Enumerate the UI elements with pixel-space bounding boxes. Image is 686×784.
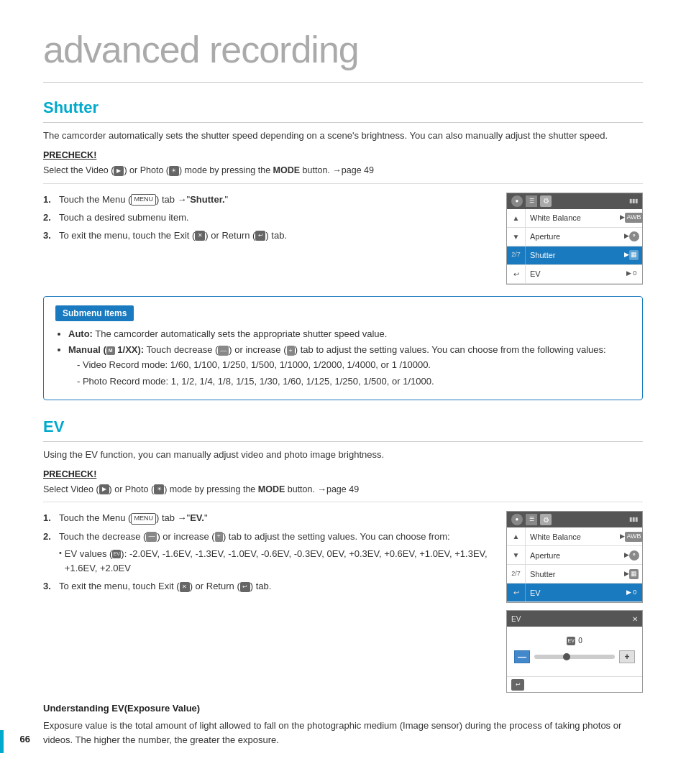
step-num-2: 2.	[43, 211, 55, 225]
shutter-precheck-text: Select the Video (▶) or Photo (☀) mode b…	[43, 164, 643, 184]
ev-camera-ui-1: ● ☰ ⚙ ▮▮▮ ▲ White Balance ▶ AWB	[506, 511, 643, 603]
submenu-title-tag: Submenu items	[55, 305, 134, 321]
cam-battery-icon: ▮▮▮	[629, 197, 638, 206]
understanding-ev-heading: Understanding EV(Exposure Value)	[43, 701, 643, 716]
ev-slider-close[interactable]: ✕	[632, 614, 638, 624]
ev-slider-body: EV 0 — +	[507, 627, 642, 676]
cam-down-nav: ▼	[507, 228, 526, 246]
ev-label-icon: EV	[567, 637, 575, 645]
page-num-bar: 66	[0, 732, 36, 747]
ev-slider-topbar: EV ✕	[507, 611, 642, 627]
page-number: 66	[20, 732, 30, 747]
ev-cam-row-ev: ↩ EV ▶ 0	[507, 584, 642, 602]
cam-page-label: 2/7	[507, 246, 526, 264]
ev-cam-row-wb: ▲ White Balance ▶ AWB	[507, 527, 642, 546]
ev-slider-value: 0	[578, 635, 582, 646]
ev-step-num-1: 1.	[43, 511, 55, 525]
ev-heading: EV	[43, 415, 643, 442]
cam-right-icons: ▮▮▮	[629, 197, 638, 206]
cam-return-icon: ↩	[507, 265, 526, 283]
cam-rows: ▲ White Balance ▶ AWB ▼ Aperture ▶ ⚬ 2/7…	[507, 209, 642, 284]
cam-label-wb: White Balance	[526, 212, 621, 224]
ev-cam-row-shutter: 2/7 Shutter ▶ ▦	[507, 565, 642, 584]
ev-cam-top-bar: ● ☰ ⚙ ▮▮▮	[507, 512, 642, 527]
ev-cam-col: ● ☰ ⚙ ▮▮▮ ▲ White Balance ▶ AWB	[506, 511, 643, 693]
ev-decrease-icon: —	[146, 532, 157, 542]
ev-cam-icons-left: ● ☰ ⚙	[511, 514, 552, 525]
ev-cam-row-aperture: ▼ Aperture ▶ ⚬	[507, 546, 642, 565]
cam-row-whitebalance: ▲ White Balance ▶ AWB	[507, 209, 642, 228]
photo-mode-icon: ☀	[169, 166, 179, 176]
menu-icon: MENU	[131, 194, 156, 206]
cam-arrow-aperture: ▶ ⚬	[621, 231, 642, 241]
cam-list-icon: ☰	[526, 195, 537, 207]
cam-arrow-shutter: ▶ ▦	[621, 250, 642, 260]
shutter-step-3: 3. To exit the menu, touch the Exit (✕) …	[43, 229, 492, 243]
cam-up-nav: ▲	[507, 209, 526, 227]
shutter-step-1: 1. Touch the Menu (MENU) tab →"Shutter."	[43, 193, 492, 207]
ev-slider-title: EV	[511, 614, 521, 624]
ev-increase-icon: +	[215, 532, 223, 542]
ev-photo-mode-icon: ☀	[154, 484, 164, 494]
step-text-3: To exit the menu, touch the Exit (✕) or …	[59, 229, 287, 243]
ev-minus-btn[interactable]: —	[514, 650, 530, 663]
ev-thumb	[563, 653, 570, 660]
decrease-icon: —	[218, 346, 229, 356]
submenu-box: Submenu items Auto: The camcorder automa…	[43, 296, 643, 400]
step-text-1: Touch the Menu (MENU) tab →"Shutter."	[59, 193, 228, 207]
step-num-3: 3.	[43, 229, 55, 243]
ev-track[interactable]	[534, 655, 615, 659]
ev-step-3: 3. To exit the menu, touch Exit (✕) or R…	[43, 579, 492, 594]
ev-return-arrow-icon: ↩	[511, 679, 524, 691]
manual-icon: M	[106, 346, 115, 355]
shutter-heading: Shutter	[43, 96, 643, 123]
ev-video-mode-icon: ▶	[99, 484, 109, 494]
cam-arrow-wb: ▶ AWB	[621, 213, 642, 223]
ev-step-2: 2. Touch the decrease (—) or increase (+…	[43, 530, 492, 576]
ev-body-text: Using the EV function, you can manually …	[43, 448, 643, 462]
exit-icon: ✕	[195, 231, 205, 241]
ev-step-num-3: 3.	[43, 579, 55, 594]
ev-return-icon: ↩	[240, 582, 250, 592]
ev-step-text-2: Touch the decrease (—) or increase (+) t…	[59, 530, 492, 576]
ev-cam-list-icon: ☰	[526, 514, 537, 525]
cam-row-aperture: ▼ Aperture ▶ ⚬	[507, 228, 642, 246]
ev-slider-ui: EV ✕ EV 0 — +	[506, 610, 643, 693]
ev-step-text-1: Touch the Menu (MENU) tab →"EV."	[59, 511, 208, 525]
ev-step-1: 1. Touch the Menu (MENU) tab →"EV."	[43, 511, 492, 525]
ev-precheck-text: Select Video (▶) or Photo (☀) mode by pr…	[43, 483, 643, 503]
cam-top-bar: ● ☰ ⚙ ▮▮▮	[507, 193, 642, 209]
understanding-ev-section: Understanding EV(Exposure Value) Exposur…	[43, 701, 643, 747]
shutter-body-text: The camcorder automatically sets the shu…	[43, 129, 643, 143]
cam-icons-left: ● ☰ ⚙	[511, 195, 552, 207]
shutter-precheck-label: PRECHECK!	[43, 149, 643, 162]
cam-arrow-ev: ▶ 0	[621, 269, 642, 279]
cam-video-icon: ●	[511, 195, 523, 207]
cam-label-ev: EV	[526, 268, 621, 280]
video-mode-icon: ▶	[114, 166, 124, 176]
ev-cam-rows: ▲ White Balance ▶ AWB ▼ Aperture ▶ ⚬ 2/7…	[507, 527, 642, 602]
ev-menu-icon: MENU	[131, 513, 156, 525]
cam-row-shutter: 2/7 Shutter ▶ ▦	[507, 246, 642, 265]
submenu-items: Auto: The camcorder automatically sets t…	[55, 327, 631, 389]
ev-steps-col: 1. Touch the Menu (MENU) tab →"EV." 2. T…	[43, 511, 492, 693]
shutter-step-2: 2. Touch a desired submenu item.	[43, 211, 492, 225]
cam-label-shutter: Shutter	[526, 249, 621, 262]
ev-slider-label: EV 0	[514, 635, 635, 646]
ev-slider-track-row: — +	[514, 650, 635, 663]
ev-step-text-3: To exit the menu, touch Exit (✕) or Retu…	[59, 579, 271, 594]
ev-return-row: ↩	[507, 676, 642, 692]
page-title: advanced recording	[43, 22, 643, 83]
return-icon: ↩	[255, 231, 265, 241]
step-num-1: 1.	[43, 193, 55, 207]
shutter-camera-ui: ● ☰ ⚙ ▮▮▮ ▲ White Balance ▶ AWB ▼	[506, 193, 643, 285]
ev-step-num-2: 2.	[43, 530, 55, 544]
cam-label-aperture: Aperture	[526, 231, 621, 243]
ev-cam-gear-icon: ⚙	[540, 514, 552, 525]
shutter-steps-layout: 1. Touch the Menu (MENU) tab →"Shutter."…	[43, 193, 643, 285]
cam-gear-icon: ⚙	[540, 195, 552, 207]
ev-icon: EV	[112, 550, 121, 558]
ev-plus-btn[interactable]: +	[619, 650, 635, 663]
ev-cam-video-icon: ●	[511, 514, 523, 525]
shutter-steps-col: 1. Touch the Menu (MENU) tab →"Shutter."…	[43, 193, 492, 285]
